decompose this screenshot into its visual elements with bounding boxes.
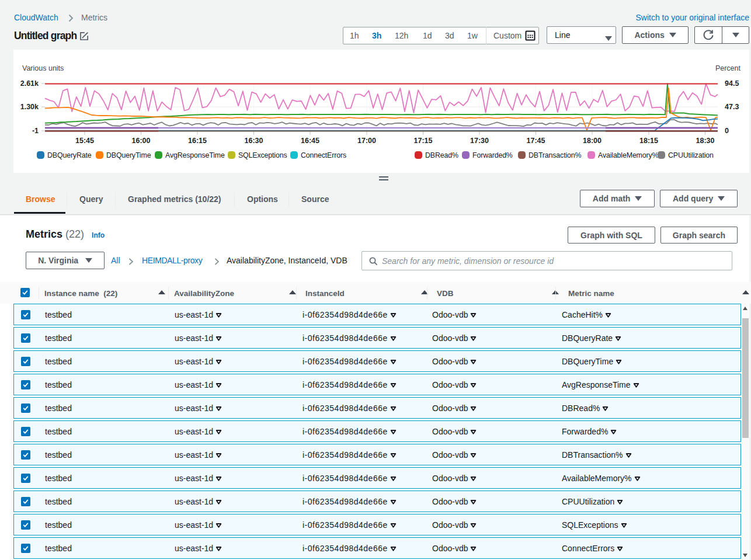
svg-text:16:00: 16:00	[132, 137, 151, 145]
svg-text:0: 0	[725, 127, 729, 135]
svg-text:DBQueryRate: DBQueryRate	[47, 151, 92, 159]
svg-text:17:00: 17:00	[357, 137, 376, 145]
svg-text:47.3: 47.3	[725, 103, 739, 111]
svg-text:2.61k: 2.61k	[20, 79, 39, 88]
svg-text:ConnectErrors: ConnectErrors	[301, 151, 346, 159]
svg-text:SQLExceptions: SQLExceptions	[238, 151, 287, 159]
svg-text:-1: -1	[32, 127, 39, 135]
svg-text:16:15: 16:15	[188, 137, 207, 145]
svg-text:18:15: 18:15	[639, 137, 658, 145]
svg-text:15:45: 15:45	[75, 137, 94, 145]
svg-text:DBRead%: DBRead%	[425, 151, 458, 159]
svg-text:18:00: 18:00	[583, 137, 602, 145]
svg-text:17:15: 17:15	[414, 137, 433, 145]
svg-text:1.30k: 1.30k	[20, 103, 39, 111]
svg-text:AvailableMemory%: AvailableMemory%	[598, 151, 659, 159]
svg-text:Various units: Various units	[22, 64, 64, 72]
svg-text:Forwarded%: Forwarded%	[472, 151, 513, 159]
svg-text:DBTransaction%: DBTransaction%	[529, 151, 582, 159]
svg-text:17:45: 17:45	[527, 137, 545, 145]
svg-text:16:30: 16:30	[245, 137, 263, 145]
svg-text:CPUUtilization: CPUUtilization	[668, 151, 714, 159]
svg-text:17:30: 17:30	[470, 137, 489, 145]
svg-text:18:30: 18:30	[696, 137, 715, 145]
svg-text:DBQueryTime: DBQueryTime	[106, 151, 151, 159]
svg-text:Percent: Percent	[715, 64, 741, 72]
svg-text:94.5: 94.5	[725, 79, 739, 88]
svg-text:AvgResponseTime: AvgResponseTime	[165, 151, 225, 159]
svg-text:16:45: 16:45	[301, 137, 319, 145]
